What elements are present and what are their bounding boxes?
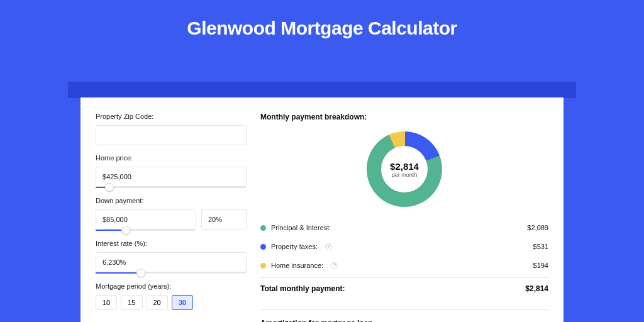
down-payment-amount-input[interactable] [96,209,196,230]
home-price-slider-thumb[interactable] [105,183,114,192]
period-buttons: 10 15 20 30 [96,295,247,310]
donut-chart: $2,814 per month [367,131,442,207]
legend-label-taxes: Property taxes: [271,243,318,250]
home-price-label: Home price: [96,154,247,162]
donut-wrap: $2,814 per month [260,128,548,218]
period-button-10[interactable]: 10 [96,295,117,310]
legend-label-principal: Principal & Interest: [271,224,331,231]
period-button-15[interactable]: 15 [121,295,142,310]
legend-label-insurance: Home insurance: [271,262,323,269]
amortization-section: Amortization for mortgage loan Amortizat… [260,309,548,322]
card-shadow [68,82,576,98]
period-label: Mortgage period (years): [96,282,247,290]
interest-label: Interest rate (%): [96,240,247,247]
zip-input[interactable] [96,125,247,145]
interest-group: Interest rate (%): [96,240,247,274]
period-button-20[interactable]: 20 [147,295,168,310]
home-price-slider[interactable] [96,187,247,188]
calculator-card: Property Zip Code: Home price: Down paym… [80,97,564,322]
form-panel: Property Zip Code: Home price: Down paym… [96,113,247,322]
donut-amount: $2,814 [390,161,419,172]
info-icon[interactable]: ? [325,243,332,250]
page-title: Glenwood Mortgage Calculator [0,0,644,50]
legend-row-insurance: Home insurance: ? $194 [260,256,548,275]
legend-row-principal: Principal & Interest: $2,089 [260,218,548,237]
donut-sub-label: per month [392,172,418,178]
period-button-30[interactable]: 30 [172,295,193,310]
legend-row-taxes: Property taxes: ? $531 [260,237,548,256]
down-payment-group: Down payment: [96,197,247,231]
down-payment-slider-thumb[interactable] [121,226,130,235]
amortization-title: Amortization for mortgage loan [260,319,548,322]
total-value: $2,814 [525,284,548,293]
interest-input[interactable] [96,252,247,272]
period-group: Mortgage period (years): 10 15 20 30 [96,282,247,310]
legend-dot-insurance [260,263,266,269]
breakdown-panel: Monthly payment breakdown: $2,814 per mo… [260,113,548,322]
legend-amount-taxes: $531 [533,243,548,250]
info-icon[interactable]: ? [331,262,338,269]
interest-slider[interactable] [96,272,247,274]
interest-slider-fill [96,272,141,274]
home-price-group: Home price: [96,154,247,188]
legend-dot-taxes [260,244,266,250]
legend-amount-insurance: $194 [533,262,548,269]
zip-label: Property Zip Code: [96,113,247,120]
down-payment-label: Down payment: [96,197,247,204]
donut-center: $2,814 per month [381,146,428,192]
down-payment-slider[interactable] [96,230,195,231]
legend-dot-principal [260,225,266,231]
breakdown-title: Monthly payment breakdown: [260,113,548,121]
total-label: Total monthly payment: [260,284,345,293]
down-payment-pct-input[interactable] [201,209,247,230]
legend: Principal & Interest: $2,089 Property ta… [260,218,548,299]
interest-slider-thumb[interactable] [136,269,145,277]
home-price-input[interactable] [96,167,247,187]
total-row: Total monthly payment: $2,814 [260,277,548,299]
legend-amount-principal: $2,089 [527,224,548,231]
zip-group: Property Zip Code: [96,113,247,145]
